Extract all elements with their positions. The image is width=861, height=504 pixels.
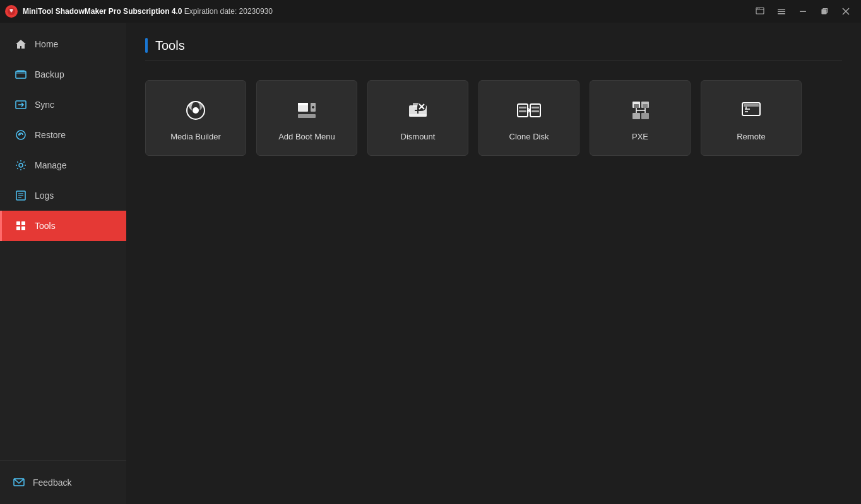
sidebar-item-tools-label: Tools	[35, 221, 56, 231]
titlebar: MiniTool ShadowMaker Pro Subscription 4.…	[0, 0, 861, 23]
add-boot-menu-icon	[292, 95, 322, 126]
titlebar-title: MiniTool ShadowMaker Pro Subscription 4.…	[23, 7, 273, 16]
tool-label-pxe: PXE	[632, 132, 648, 141]
svg-rect-47	[531, 107, 539, 108]
svg-rect-14	[17, 70, 25, 72]
sidebar-item-home-label: Home	[35, 39, 58, 49]
feedback-icon	[13, 476, 25, 489]
tool-card-dismount[interactable]: Dismount	[367, 80, 468, 156]
tool-card-remote[interactable]: Remote	[701, 80, 802, 156]
sidebar-item-manage[interactable]: Manage	[0, 150, 126, 180]
svg-rect-54	[641, 113, 649, 119]
svg-point-28	[193, 107, 199, 114]
svg-rect-44	[519, 107, 526, 108]
tool-label-dismount: Dismount	[401, 132, 436, 141]
svg-point-16	[16, 131, 25, 139]
svg-rect-6	[778, 11, 785, 13]
tool-label-media-builder: Media Builder	[170, 132, 221, 141]
svg-rect-25	[21, 226, 25, 230]
svg-point-3	[757, 8, 758, 9]
logs-icon	[15, 189, 27, 202]
restore-icon	[15, 129, 27, 141]
titlebar-controls	[750, 1, 856, 21]
close-button[interactable]	[836, 1, 856, 21]
page-title: Tools	[155, 38, 185, 53]
svg-rect-7	[778, 13, 785, 15]
titlebar-backup-icon[interactable]	[750, 1, 770, 21]
sidebar-item-backup[interactable]: Backup	[0, 59, 126, 90]
svg-rect-5	[778, 9, 785, 10]
backup-icon	[15, 68, 27, 81]
page-title-bar: Tools	[145, 38, 842, 61]
tool-label-clone-disk: Clone Disk	[509, 132, 549, 141]
media-builder-icon	[181, 95, 211, 126]
sidebar-item-logs-label: Logs	[35, 190, 54, 201]
tool-card-pxe[interactable]: PXE	[590, 80, 691, 156]
sidebar-item-feedback[interactable]: Feedback	[13, 471, 114, 494]
remote-icon	[736, 95, 766, 126]
svg-rect-59	[744, 104, 759, 107]
svg-rect-48	[531, 110, 539, 112]
sidebar-footer: Feedback	[0, 460, 126, 504]
dismount-icon	[403, 95, 433, 126]
page-title-accent	[145, 38, 148, 53]
tool-label-remote: Remote	[737, 132, 766, 141]
tool-card-add-boot-menu[interactable]: Add Boot Menu	[256, 80, 357, 156]
svg-rect-30	[298, 103, 308, 105]
svg-rect-22	[16, 221, 20, 225]
svg-rect-9	[822, 9, 826, 14]
tool-label-add-boot-menu: Add Boot Menu	[278, 132, 335, 141]
tool-card-media-builder[interactable]: Media Builder	[145, 80, 246, 156]
main-layout: Home Backup	[0, 23, 861, 504]
svg-rect-34	[298, 114, 316, 118]
svg-rect-52	[643, 104, 648, 108]
svg-rect-24	[16, 226, 20, 230]
sidebar-item-restore-label: Restore	[35, 130, 66, 140]
svg-point-17	[19, 163, 23, 167]
manage-icon	[15, 159, 27, 172]
titlebar-left: MiniTool ShadowMaker Pro Subscription 4.…	[5, 5, 273, 18]
svg-rect-45	[519, 110, 526, 112]
sidebar-item-sync-label: Sync	[35, 100, 54, 110]
sidebar-item-sync[interactable]: Sync	[0, 90, 126, 120]
sidebar-item-restore[interactable]: Restore	[0, 120, 126, 150]
svg-rect-53	[632, 113, 640, 119]
minimize-button[interactable]	[793, 1, 813, 21]
sync-icon	[15, 98, 27, 111]
sidebar: Home Backup	[0, 23, 126, 504]
restore-button[interactable]	[814, 1, 834, 21]
content-area: Tools Media Builder	[126, 23, 861, 504]
app-logo	[5, 5, 18, 18]
sidebar-item-home[interactable]: Home	[0, 29, 126, 59]
tools-grid: Media Builder Add Boot Menu	[145, 80, 842, 156]
sidebar-item-manage-label: Manage	[35, 160, 67, 170]
sidebar-nav: Home Backup	[0, 23, 126, 460]
sidebar-item-logs[interactable]: Logs	[0, 180, 126, 211]
sidebar-item-tools[interactable]: Tools	[0, 211, 126, 241]
svg-rect-50	[634, 104, 639, 108]
svg-rect-8	[800, 11, 806, 13]
titlebar-menu-icon[interactable]	[771, 1, 792, 21]
svg-point-4	[759, 8, 759, 9]
tools-icon	[15, 220, 27, 232]
sidebar-item-feedback-label: Feedback	[33, 478, 71, 488]
sidebar-item-backup-label: Backup	[35, 69, 64, 79]
tool-card-clone-disk[interactable]: Clone Disk	[478, 80, 579, 156]
svg-rect-37	[409, 114, 427, 117]
svg-rect-23	[21, 221, 25, 225]
pxe-icon	[625, 95, 655, 126]
clone-disk-icon	[514, 95, 544, 126]
home-icon	[15, 38, 27, 50]
